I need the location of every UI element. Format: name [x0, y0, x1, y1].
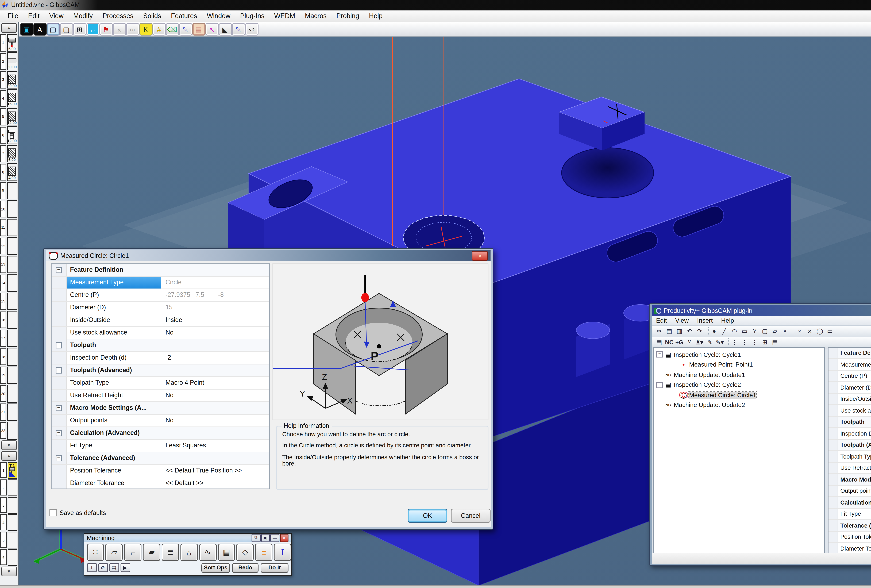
- property-value[interactable]: [161, 339, 269, 351]
- property-row[interactable]: − Feature Defin...: [829, 347, 871, 359]
- plugin-toolbar-icon[interactable]: [705, 327, 709, 335]
- tree-item[interactable]: − Inspection Cycle: Cycle1: [654, 350, 824, 360]
- property-row[interactable]: − Output points No: [51, 414, 269, 427]
- probe-strike-icon[interactable]: ⊻: [685, 338, 694, 346]
- draw-tool-icon[interactable]: ✎: [232, 24, 244, 35]
- cancel-button[interactable]: Cancel: [451, 509, 491, 523]
- operation-tile[interactable]: [7, 497, 17, 513]
- tree-item[interactable]: Machine Update: Update2: [654, 400, 824, 410]
- property-row[interactable]: − Calculation (Advanced): [51, 427, 269, 439]
- collapse-icon[interactable]: −: [55, 367, 62, 373]
- operation-slot[interactable]: 4: [0, 513, 18, 531]
- menu-item[interactable]: File: [3, 11, 23, 20]
- tree-item-label[interactable]: Machine Update: Update1: [674, 371, 745, 378]
- operation-slot[interactable]: 5: [0, 531, 18, 548]
- property-row[interactable]: − Fit Type Least Squares: [829, 509, 871, 520]
- operation-slot[interactable]: 2: [0, 479, 18, 496]
- pen-cursor-icon[interactable]: ↖: [206, 24, 218, 35]
- menu-item[interactable]: View: [45, 11, 69, 20]
- op-pocket-icon[interactable]: ▰: [143, 543, 160, 561]
- operation-slot[interactable]: 3: [0, 496, 18, 513]
- line-feature-icon[interactable]: ╱: [720, 327, 729, 335]
- tool-tile[interactable]: [7, 329, 17, 347]
- link-rings-icon[interactable]: ∞: [126, 24, 138, 35]
- property-row[interactable]: − Diameter Tolerance << Default >>: [51, 477, 269, 489]
- edit-blue-icon[interactable]: ✎: [705, 338, 714, 346]
- property-row[interactable]: − Centre (P) -27.9375 7.5 -8: [51, 289, 269, 301]
- property-value[interactable]: Least Squares: [161, 439, 269, 451]
- property-value[interactable]: 15: [161, 301, 269, 313]
- tree-expand-icon[interactable]: −: [656, 382, 663, 388]
- property-row[interactable]: − Measurement Type Circle: [829, 359, 871, 370]
- tree-item-label[interactable]: Inspection Cycle: Cycle1: [674, 351, 741, 358]
- operation-tile[interactable]: [7, 549, 17, 566]
- tool-slot[interactable]: 19: [0, 366, 18, 385]
- sort-ops-button[interactable]: Sort Ops: [201, 563, 230, 573]
- collapse-icon[interactable]: −: [55, 429, 62, 436]
- dialog-titlebar[interactable]: Measured Circle: Circle1 ×: [46, 250, 491, 261]
- machining-palette-titlebar[interactable]: Machining ⧉▣—×: [84, 533, 291, 542]
- tool-slot[interactable]: 7 6.00: [0, 144, 18, 163]
- menu-item[interactable]: Features: [166, 11, 202, 20]
- tree-item-label[interactable]: Machine Update: Update2: [674, 402, 745, 408]
- tool-slot[interactable]: 4 16.00: [0, 89, 18, 107]
- nc-icon[interactable]: NC: [665, 338, 674, 346]
- op-points-icon[interactable]: ∷: [87, 543, 104, 561]
- eraser-icon[interactable]: ⌫: [166, 24, 178, 35]
- tree-expand-icon[interactable]: −: [656, 352, 663, 358]
- menu-item[interactable]: Probing: [332, 11, 364, 20]
- undo-icon[interactable]: ↶: [685, 327, 694, 335]
- tool-slot[interactable]: 6 12.00: [0, 126, 18, 144]
- op-surface-icon[interactable]: ◇: [236, 543, 254, 561]
- tool-tile[interactable]: 4.00: [7, 163, 17, 181]
- property-row[interactable]: − Tolerance (Advanced): [51, 452, 269, 464]
- operation-tile[interactable]: [7, 479, 17, 496]
- tool-tile[interactable]: [7, 274, 17, 292]
- tool-tile[interactable]: 6.00: [7, 34, 17, 52]
- property-row[interactable]: − Diameter (D) 15: [51, 301, 269, 314]
- select-frame-icon[interactable]: ▣: [21, 24, 32, 35]
- arc-feature-icon[interactable]: ◠: [730, 327, 739, 335]
- probe-hidden-icon[interactable]: ⊘: [98, 563, 108, 572]
- tool-tile[interactable]: 20.00: [7, 71, 17, 88]
- tool-slot[interactable]: 22: [0, 421, 18, 440]
- rect-feature-icon[interactable]: ▭: [740, 327, 749, 335]
- tree-item[interactable]: Measured Circle: Circle1: [654, 390, 824, 400]
- property-row[interactable]: − Inside/Outside Inside: [51, 314, 269, 326]
- collapse-icon[interactable]: −: [55, 266, 62, 273]
- tool-tile[interactable]: [7, 218, 17, 236]
- tool-list-scroll-up[interactable]: ▲: [1, 23, 16, 33]
- property-row[interactable]: − Toolpath: [51, 339, 269, 352]
- tool-tile[interactable]: [7, 181, 17, 199]
- tool-slot[interactable]: 13: [0, 255, 18, 274]
- flag-icon[interactable]: ⚑: [100, 24, 112, 35]
- property-row[interactable]: − Tolerance (...: [829, 520, 871, 531]
- pin-icon[interactable]: ▣: [261, 534, 270, 542]
- tool-tile[interactable]: [7, 385, 17, 402]
- menu-item[interactable]: Plug-Ins: [235, 11, 269, 20]
- property-value[interactable]: [161, 264, 269, 275]
- property-row[interactable]: − Use Retract Height No: [51, 389, 269, 402]
- property-row[interactable]: − Inspection Depth (d) -2: [51, 352, 269, 364]
- edit-green-icon[interactable]: ✎▾: [715, 338, 724, 346]
- plane-feature-icon[interactable]: ▱: [770, 327, 780, 335]
- property-row[interactable]: − Output points No: [829, 485, 871, 497]
- property-row[interactable]: − Toolpath (Advanced): [51, 364, 269, 377]
- delete-multi-icon[interactable]: ⨯: [805, 327, 814, 335]
- do-it-button[interactable]: Do It: [260, 563, 289, 573]
- property-row[interactable]: − Inspection Depth... -2: [829, 428, 871, 439]
- solid-view-icon[interactable]: ▢: [47, 24, 59, 35]
- menu-item[interactable]: Help: [364, 11, 388, 20]
- menu-item[interactable]: Help: [717, 317, 738, 324]
- tool-slot[interactable]: 5 12.00: [0, 107, 18, 126]
- branch-feature-icon[interactable]: Y: [750, 327, 759, 335]
- copy-stack-icon[interactable]: ▤: [193, 24, 205, 35]
- menu-item[interactable]: WEDM: [269, 11, 300, 20]
- operation-tile[interactable]: T 1: [7, 462, 17, 479]
- tool-tile[interactable]: [7, 311, 17, 329]
- tool-tile[interactable]: 12.00: [7, 108, 17, 126]
- menu-item[interactable]: Solids: [138, 11, 166, 20]
- save-as-defaults-checkbox[interactable]: [49, 509, 57, 516]
- tree-item[interactable]: Measured Point: Point1: [654, 360, 824, 370]
- property-row[interactable]: − Toolpath Type Macro 4 Point: [51, 377, 269, 389]
